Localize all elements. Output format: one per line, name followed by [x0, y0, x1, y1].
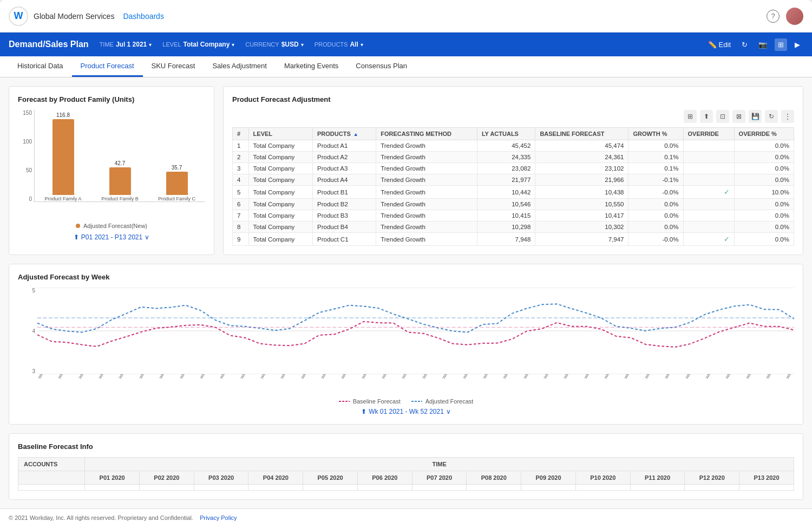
grid-button[interactable]: ⊞ — [775, 38, 787, 51]
more-icon[interactable]: ⋮ — [781, 110, 794, 123]
col-ly: LY ACTUALS — [477, 128, 535, 140]
line-chart-panel: Adjusted Forecast by Week 5 4 3 — [9, 264, 803, 425]
dashboards-link[interactable]: Dashboards — [123, 12, 164, 21]
bar-chart-inner: 116.8 Product Family A 42.7 Product Fami… — [34, 110, 205, 202]
filter-icon[interactable]: ⊞ — [684, 110, 697, 123]
refresh-button[interactable]: ↻ — [738, 38, 751, 51]
cell-ly: 45,452 — [477, 140, 535, 152]
col-p09: P09 2020 — [521, 471, 576, 485]
cell-override[interactable]: ✓ — [683, 186, 734, 199]
time-value: Jul 1 2021 — [116, 41, 147, 48]
cell-growth: 0.0% — [628, 210, 683, 222]
cell-level: Total Company — [248, 174, 312, 186]
refresh-icon[interactable]: ↻ — [765, 110, 778, 123]
line-x-axis: Wk 01 2021Wk 02 2021Wk 03 2021Wk 04 2021… — [37, 374, 794, 396]
cell-product: Product A4 — [313, 174, 376, 186]
y-label-4: 4 — [32, 328, 35, 334]
camera-button[interactable]: 📷 — [755, 38, 770, 51]
tab-sales-adjustment[interactable]: Sales Adjustment — [204, 56, 275, 77]
cell-override[interactable] — [683, 152, 734, 163]
bar-rect-a — [53, 119, 74, 195]
line-y-axis: 5 4 3 — [18, 288, 37, 374]
tab-historical-data[interactable]: Historical Data — [9, 56, 72, 77]
table-row: 1 Total Company Product A1 Trended Growt… — [233, 140, 794, 152]
bar-xlabel-b: Product Family B — [101, 196, 139, 201]
baseline-table-wrap: ACCOUNTS TIME P01 2020 P02 2020 P03 2020… — [18, 457, 794, 491]
edit-button[interactable]: ✏️ Edit — [705, 38, 734, 51]
export-icon[interactable]: ⬆ — [700, 110, 713, 123]
cell-product: Product A3 — [313, 163, 376, 174]
cell-override[interactable] — [683, 174, 734, 186]
cell-override-pct: 0.0% — [734, 233, 794, 246]
cell-baseline: 23,102 — [535, 163, 628, 174]
footer: © 2021 Workday, Inc. All rights reserved… — [0, 509, 812, 521]
cell-num: 5 — [233, 186, 249, 199]
tab-marketing-events[interactable]: Marketing Events — [276, 56, 347, 77]
y-label-100: 100 — [23, 139, 32, 145]
accounts-subheader — [18, 471, 85, 485]
bar-xlabel-a: Product Family A — [44, 196, 81, 201]
cell-baseline: 7,947 — [535, 233, 628, 246]
col-level: LEVEL — [248, 128, 312, 140]
cell-ly: 24,335 — [477, 152, 535, 163]
cell-override[interactable] — [683, 222, 734, 233]
currency-label: CURRENCY — [245, 41, 279, 48]
p07-cell — [412, 485, 467, 491]
time-caret: ▾ — [149, 42, 152, 48]
baseline-legend-icon — [339, 399, 350, 403]
week-range[interactable]: ⬆ Wk 01 2021 - Wk 52 2021 ∨ — [18, 408, 794, 415]
week-range-caret: ∨ — [446, 408, 451, 415]
bar-chart-panel: Forecast by Product Family (Units) 150 1… — [9, 86, 214, 255]
cell-baseline: 45,474 — [535, 140, 628, 152]
time-filter[interactable]: TIME Jul 1 2021 ▾ — [100, 41, 152, 48]
products-caret: ▾ — [361, 42, 363, 48]
currency-filter[interactable]: CURRENCY $USD ▾ — [245, 41, 303, 48]
bar-group-c: 35.7 Product Family C — [154, 165, 200, 201]
help-icon[interactable]: ? — [767, 10, 780, 23]
cell-override[interactable] — [683, 199, 734, 210]
cell-ly: 10,442 — [477, 186, 535, 199]
tab-sku-forecast[interactable]: SKU Forecast — [143, 56, 204, 77]
col-products[interactable]: PRODUCTS ▲ — [313, 128, 376, 140]
cell-baseline: 10,417 — [535, 210, 628, 222]
table-row: 5 Total Company Product B1 Trended Growt… — [233, 186, 794, 199]
privacy-link[interactable]: Privacy Policy — [200, 515, 237, 521]
settings-icon-2[interactable]: ⊠ — [732, 110, 745, 123]
tab-product-forecast[interactable]: Product Forecast — [72, 56, 143, 77]
week-range-label: Wk 01 2021 - Wk 52 2021 — [369, 408, 444, 415]
settings-icon-1[interactable]: ⊡ — [716, 110, 729, 123]
video-button[interactable]: ▶ — [791, 38, 803, 51]
cell-override[interactable]: ✓ — [683, 233, 734, 246]
cell-override[interactable] — [683, 163, 734, 174]
line-chart-svg-container — [37, 288, 794, 374]
level-filter[interactable]: LEVEL Total Company ▾ — [162, 41, 234, 48]
y-label-5: 5 — [32, 288, 35, 294]
cell-override-pct: 0.0% — [734, 163, 794, 174]
cell-method: Trended Growth — [376, 199, 477, 210]
cell-method: Trended Growth — [376, 140, 477, 152]
cell-ly: 7,948 — [477, 233, 535, 246]
copyright: © 2021 Workday, Inc. All rights reserved… — [9, 515, 193, 521]
level-label: LEVEL — [162, 41, 181, 48]
cell-product: Product B4 — [313, 222, 376, 233]
cell-product: Product A1 — [313, 140, 376, 152]
cell-override[interactable] — [683, 140, 734, 152]
col-baseline: BASELINE FORECAST — [535, 128, 628, 140]
bar-chart-title: Forecast by Product Family (Units) — [18, 95, 205, 103]
currency-value: $USD — [281, 41, 299, 48]
cell-ly: 10,546 — [477, 199, 535, 210]
cell-override[interactable] — [683, 210, 734, 222]
cell-level: Total Company — [248, 152, 312, 163]
tab-consensus-plan[interactable]: Consensus Plan — [347, 56, 416, 77]
bar-chart: 150 100 50 0 116.8 Product Family A 42.7 — [18, 110, 205, 218]
legend-baseline: Baseline Forecast — [339, 398, 401, 405]
products-filter[interactable]: PRODUCTS All ▾ — [315, 41, 363, 48]
legend-dot — [76, 224, 80, 228]
avatar[interactable] — [786, 8, 803, 25]
table-row: 2 Total Company Product A2 Trended Growt… — [233, 152, 794, 163]
bar-chart-date-range[interactable]: ⬆ P01 2021 - P13 2021 ∨ — [18, 233, 205, 241]
header-actions: ✏️ Edit ↻ 📷 ⊞ ▶ — [705, 38, 803, 51]
main-content: Forecast by Product Family (Units) 150 1… — [0, 77, 812, 509]
save-icon[interactable]: 💾 — [749, 110, 762, 123]
cell-ly: 23,082 — [477, 163, 535, 174]
